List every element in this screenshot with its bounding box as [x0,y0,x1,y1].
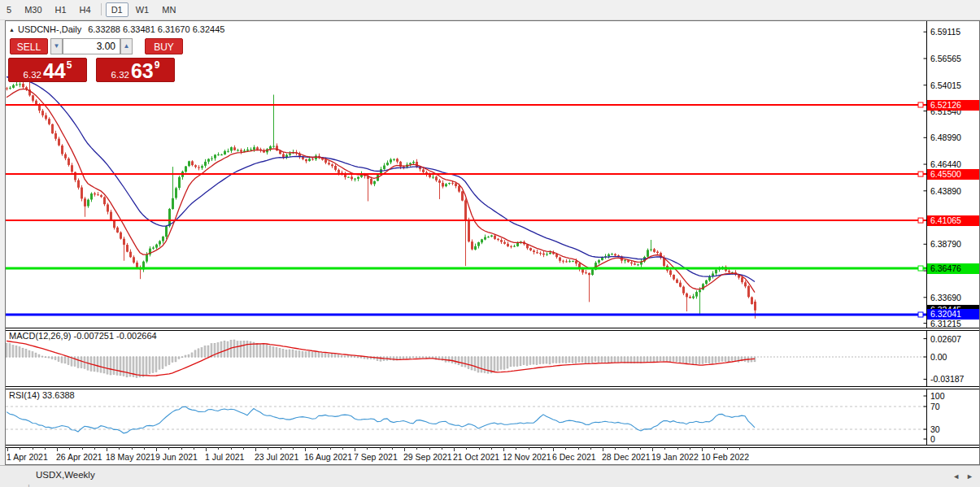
bid-pip-digit: 5 [67,59,72,71]
date-minor-tick [45,447,46,450]
tab-usdxweekly[interactable]: USDX,Weekly [28,466,103,483]
date-label: 18 May 2021 [106,452,155,462]
collapse-panel-icon[interactable]: ▲ [9,27,15,33]
macd-tick-label: 0.02607 [930,334,961,344]
price-tick-label: 6.46440 [930,159,961,169]
date-minor-tick [690,447,690,450]
date-minor-tick [330,447,331,450]
date-minor-tick [429,447,430,450]
date-label: 1 Apr 2021 [7,452,48,462]
price-tick-label: 6.59115 [930,27,960,37]
date-minor-tick [20,447,20,450]
date-tick [603,447,603,451]
date-minor-tick [442,447,442,450]
date-label: 1 Jul 2021 [205,452,244,462]
mt4-terminal: 5M30H1H4D1W1MN ▲USDCNH-,Daily6.33288 6.3… [0,0,980,487]
bid-price-box[interactable]: 6.32 44 5 [8,58,87,82]
date-minor-tick [640,447,641,450]
tab-separator: | [28,483,980,487]
tab-scroll-left-icon[interactable]: ◄ [952,472,960,480]
macd-tick-label: -0.03187 [930,374,964,384]
level-price-tag[interactable]: 6.32041 [927,309,979,320]
date-minor-tick [119,447,120,450]
date-minor-tick [218,447,219,450]
bid-prefix: 6.32 [24,70,41,80]
rsi-tick-label: 30 [930,424,940,434]
chart-window: ▲USDCNH-,Daily6.33288 6.33481 6.31670 6.… [5,20,980,465]
volume-increase-icon[interactable]: ▲ [120,38,133,54]
timeframe-button-w1[interactable]: W1 [130,2,155,17]
rsi-tick-label: 0 [930,434,935,444]
price-tick-label: 6.56565 [930,54,961,63]
date-tick [305,447,306,451]
ask-price-box[interactable]: 6.32 63 9 [96,58,175,82]
price-tick-label: 6.43890 [930,186,961,196]
price-tick-label: 6.54015 [930,80,961,90]
date-tick [454,447,455,451]
date-minor-tick [615,447,616,450]
chart-header: ▲USDCNH-,Daily6.33288 6.33481 6.31670 6.… [9,24,224,34]
symbol-title: USDCNH-,Daily [18,24,81,34]
date-tick [702,447,703,451]
date-minor-tick [194,447,194,450]
macd-title: MACD(12,26,9) [9,331,71,341]
date-minor-tick [677,447,678,450]
date-minor-tick [739,447,740,450]
date-minor-tick [541,447,542,450]
chart-canvas[interactable] [6,21,979,464]
ask-pip-digit: 9 [155,59,160,71]
rsi-indicator-label: RSI(14) 33.6388 [9,390,75,400]
price-tick-label: 6.48990 [930,133,961,142]
date-minor-tick [578,447,579,450]
date-tick [355,447,355,451]
timeframe-button-d1[interactable]: D1 [106,2,128,17]
sell-button[interactable]: SELL [10,38,48,54]
date-tick [404,447,405,451]
date-label: 10 Feb 2022 [701,452,749,462]
date-minor-tick [380,447,381,450]
date-minor-tick [392,447,393,450]
tab-scroll-right-icon[interactable]: ► [966,472,973,480]
level-price-tag[interactable]: 6.36476 [927,263,979,274]
date-tick [255,447,256,451]
date-tick [206,447,207,451]
date-tick [503,447,504,451]
chart-tab-bar: USDX,Weekly|EURUSD-,Daily|AUDUSD-,Daily|… [0,465,980,487]
bid-big-digits: 44 [43,61,66,81]
date-label: 7 Sep 2021 [354,452,398,462]
date-minor-tick [231,447,232,450]
panel-divider-macd-rsi[interactable] [6,386,979,389]
rsi-tick-label: 70 [930,402,940,411]
volume-input[interactable] [63,38,120,54]
date-minor-tick [144,447,145,450]
date-minor-tick [416,447,417,450]
level-price-tag[interactable]: 6.41065 [927,215,979,226]
date-minor-tick [132,447,133,450]
date-label: 23 Jul 2021 [255,452,298,462]
level-price-tag[interactable]: 6.45500 [927,169,979,180]
panel-divider-rsi-dates[interactable] [6,445,979,448]
timeframe-button-h1[interactable]: H1 [50,2,72,17]
level-price-tag[interactable]: 6.52126 [927,100,979,111]
buy-button[interactable]: BUY [145,38,183,54]
tab-scroll-arrows: ◄► [946,472,973,480]
ask-prefix: 6.32 [111,70,129,80]
date-minor-tick [516,447,516,450]
timeframe-button-m30[interactable]: M30 [19,2,47,17]
timeframe-toolbar: 5M30H1H4D1W1MN [0,0,980,20]
volume-decrease-icon[interactable]: ▼ [50,38,63,54]
date-label: 26 Apr 2021 [56,452,102,462]
ask-big-digits: 63 [131,61,154,81]
date-tick [57,447,58,451]
toolbar-separator [101,3,102,15]
date-tick [107,447,107,451]
date-label: 21 Oct 2021 [453,452,499,462]
timeframe-button-mn[interactable]: MN [156,2,181,17]
date-minor-tick [293,447,294,450]
price-tick-label: 6.38790 [930,239,961,249]
date-minor-tick [727,447,728,450]
timeframe-button-h4[interactable]: H4 [74,2,97,17]
macd-values: -0.007251 -0.002664 [73,331,156,341]
date-label: 19 Jan 2022 [651,452,699,462]
timeframe-button-5[interactable]: 5 [1,2,17,17]
